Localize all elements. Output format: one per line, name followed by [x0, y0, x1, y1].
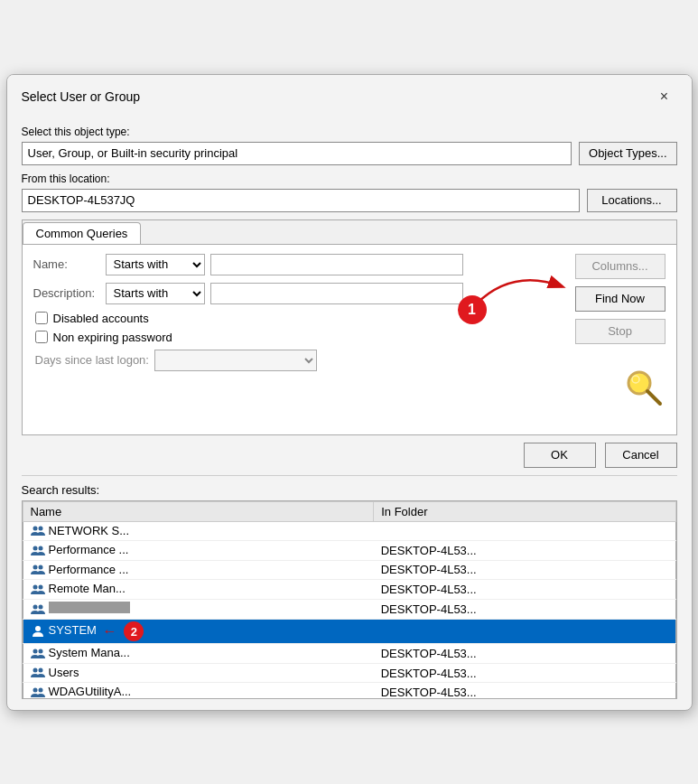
table-row[interactable]: SYSTEM ←2: [23, 620, 675, 644]
table-row[interactable]: NETWORK S...: [23, 521, 675, 541]
svg-point-3: [33, 527, 37, 531]
table-row[interactable]: Remote Man...DESKTOP-4L53...: [23, 580, 675, 600]
object-types-button[interactable]: Object Types...: [579, 142, 676, 165]
find-now-button[interactable]: Find Now: [575, 286, 665, 312]
search-results-label: Search results:: [22, 483, 677, 497]
object-type-label: Select this object type:: [22, 126, 677, 138]
table-row[interactable]: System Mana...DESKTOP-4L53...: [23, 644, 675, 664]
disabled-accounts-label: Disabled accounts: [53, 312, 149, 325]
close-button[interactable]: ×: [652, 84, 677, 109]
location-row: Locations...: [22, 189, 677, 212]
results-wrapper: Name In Folder NETWORK S... Performance …: [22, 500, 677, 699]
desc-condition-select[interactable]: Starts with Is exactly: [106, 283, 205, 304]
group-icon: [31, 563, 45, 577]
object-type-row: Object Types...: [22, 142, 677, 165]
svg-point-19: [38, 688, 42, 693]
col-name-header: Name: [23, 501, 374, 521]
cell-name: SYSTEM ←2: [23, 620, 374, 644]
results-inner[interactable]: Name In Folder NETWORK S... Performance …: [23, 501, 676, 698]
days-since-logon-select[interactable]: [154, 350, 317, 371]
svg-point-11: [33, 605, 37, 610]
search-icon-area: [622, 366, 665, 412]
tab-header: Common Queries: [23, 220, 676, 245]
columns-button[interactable]: Columns...: [575, 254, 665, 279]
table-row[interactable]: WDAGUtilityA...DESKTOP-4L53...: [23, 683, 675, 698]
svg-point-14: [33, 649, 37, 653]
name-condition-select[interactable]: Starts with Is exactly: [106, 254, 205, 275]
action-row: OK Cancel: [22, 443, 677, 468]
cell-name: Remote Man...: [23, 580, 374, 600]
svg-point-4: [38, 527, 42, 531]
table-row[interactable]: UsersDESKTOP-4L53...: [23, 663, 675, 683]
tab-common-queries[interactable]: Common Queries: [23, 222, 142, 244]
cell-name: Users: [23, 663, 374, 683]
svg-point-9: [33, 584, 37, 589]
name-text: Performance ...: [49, 563, 129, 576]
dialog-title: Select User or Group: [22, 89, 141, 104]
group-icon: [31, 647, 45, 661]
magnify-icon: [622, 366, 665, 409]
name-text: Remote Man...: [49, 582, 126, 595]
name-text: WDAGUtilityA...: [49, 685, 132, 697]
location-label: From this location:: [22, 173, 677, 185]
group-icon: [31, 583, 45, 597]
svg-point-13: [35, 626, 41, 631]
cell-name: NETWORK S...: [23, 521, 374, 541]
non-expiring-pwd-checkbox[interactable]: [35, 331, 48, 343]
name-text: SYSTEM: [49, 624, 97, 638]
annotation-2: 2: [124, 621, 144, 641]
days-since-logon-row: Days since last logon:: [35, 350, 665, 371]
location-input[interactable]: [22, 189, 580, 212]
svg-point-5: [33, 546, 37, 550]
col-folder-header: In Folder: [374, 501, 675, 521]
non-expiring-pwd-row: Non expiring password: [35, 331, 665, 344]
locations-button[interactable]: Locations...: [587, 189, 677, 212]
cell-name: [23, 599, 374, 620]
cell-name: Performance ...: [23, 560, 374, 580]
redacted-text: [49, 602, 130, 613]
name-query-input[interactable]: [210, 254, 463, 275]
desc-query-label: Description:: [33, 286, 106, 300]
results-table: Name In Folder NETWORK S... Performance …: [23, 501, 676, 698]
tab-content: Columns... Find Now 1: [23, 245, 676, 434]
disabled-accounts-checkbox[interactable]: [35, 312, 48, 324]
svg-point-10: [38, 584, 42, 589]
cell-folder: DESKTOP-4L53...: [374, 644, 675, 664]
cell-folder: [374, 620, 675, 644]
svg-point-17: [38, 668, 42, 673]
desc-query-input[interactable]: [210, 283, 463, 304]
object-type-input[interactable]: [22, 142, 572, 165]
table-row[interactable]: DESKTOP-4L53...: [23, 599, 675, 620]
cell-folder: DESKTOP-4L53...: [374, 560, 675, 580]
right-panel: Columns... Find Now 1: [575, 254, 665, 412]
non-expiring-pwd-label: Non expiring password: [53, 331, 172, 344]
cell-folder: DESKTOP-4L53...: [374, 663, 675, 683]
svg-point-18: [33, 688, 37, 693]
group-icon: [31, 524, 45, 538]
group-icon: [31, 686, 45, 698]
svg-point-8: [38, 565, 42, 570]
name-query-label: Name:: [33, 257, 106, 271]
user-icon: [31, 624, 45, 639]
name-text: NETWORK S...: [49, 524, 130, 537]
table-row[interactable]: Performance ...DESKTOP-4L53...: [23, 541, 675, 561]
cell-folder: DESKTOP-4L53...: [374, 541, 675, 561]
stop-button[interactable]: Stop: [575, 319, 665, 344]
cell-folder: DESKTOP-4L53...: [374, 683, 675, 698]
group-icon: [31, 602, 45, 617]
svg-point-15: [38, 649, 42, 653]
name-text: System Mana...: [49, 646, 130, 659]
select-user-group-dialog: Select User or Group × Select this objec…: [6, 74, 693, 711]
svg-line-1: [647, 391, 660, 404]
svg-point-16: [33, 668, 37, 673]
svg-point-7: [33, 565, 37, 570]
table-row[interactable]: Performance ...DESKTOP-4L53...: [23, 560, 675, 580]
cancel-button[interactable]: Cancel: [605, 443, 677, 468]
ok-button[interactable]: OK: [524, 443, 596, 468]
name-text: Users: [49, 666, 79, 679]
dialog-body: Select this object type: Object Types...…: [7, 115, 692, 710]
cell-folder: DESKTOP-4L53...: [374, 580, 675, 600]
name-text: Performance ...: [49, 543, 129, 556]
cell-name: WDAGUtilityA...: [23, 683, 374, 698]
tab-container: Common Queries Columns... Find Now: [22, 219, 677, 435]
